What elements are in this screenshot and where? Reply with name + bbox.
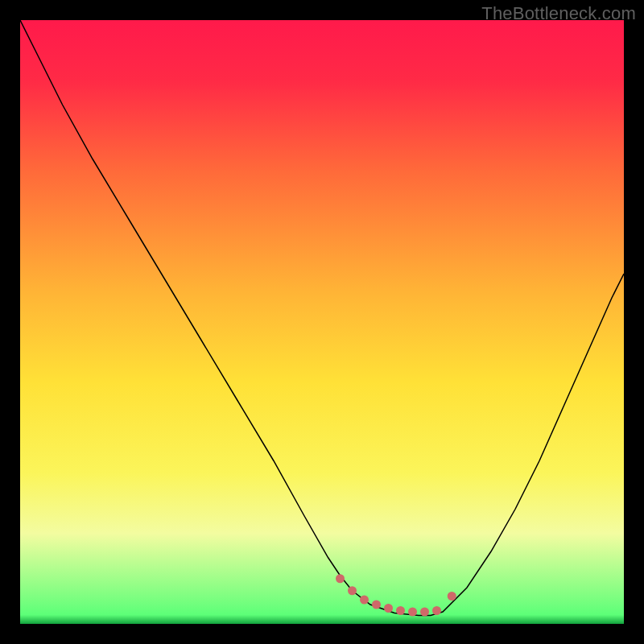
optimal-dot — [336, 574, 345, 583]
watermark-text: TheBottleneck.com — [481, 3, 636, 24]
optimal-dot — [408, 608, 417, 617]
optimal-dot — [432, 606, 441, 615]
optimal-dot — [384, 604, 393, 613]
optimal-dot — [396, 606, 405, 615]
optimal-dot — [448, 592, 456, 601]
bottleneck-plot — [20, 20, 624, 624]
optimal-dot — [360, 596, 369, 605]
optimal-dot — [348, 586, 357, 595]
plot-svg — [20, 20, 624, 624]
plot-background — [20, 20, 624, 624]
optimal-dot — [420, 608, 429, 617]
optimal-dot — [372, 601, 381, 609]
chart-frame: TheBottleneck.com — [0, 0, 644, 644]
